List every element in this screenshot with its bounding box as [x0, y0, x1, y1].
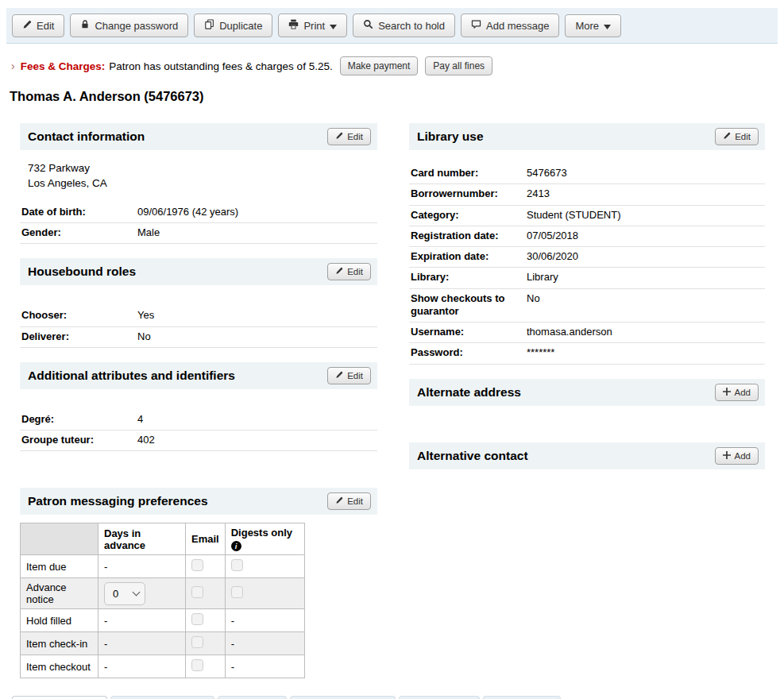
- lock-icon: [80, 19, 90, 32]
- contact-edit-label: Edit: [347, 132, 363, 141]
- messaging-edit-button[interactable]: Edit: [327, 492, 371, 510]
- days-cell: -: [98, 632, 186, 655]
- pay-all-fines-button[interactable]: Pay all fines: [425, 56, 492, 75]
- alternate-address-title: Alternate address: [417, 385, 521, 400]
- days-in-advance-select[interactable]: 0: [104, 582, 145, 605]
- right-column: Library use Edit Card number: 5476673 Bo…: [409, 123, 765, 469]
- print-button-label: Print: [303, 20, 325, 32]
- housebound-edit-label: Edit: [347, 267, 363, 276]
- housebound-roles-header: Housebound roles Edit: [20, 258, 377, 285]
- messaging-preferences-title: Patron messaging preferences: [28, 494, 208, 508]
- table-corner-cell: [21, 523, 98, 555]
- row-label: Library:: [411, 271, 520, 284]
- pencil-icon: [335, 496, 343, 506]
- pencil-icon: [22, 20, 32, 32]
- days-cell: 0: [98, 578, 186, 609]
- change-password-button-label: Change password: [95, 20, 178, 32]
- add-message-button[interactable]: Add message: [461, 14, 560, 37]
- library-row-username: Username: thomasa.anderson: [409, 322, 765, 343]
- row-value: 4: [131, 413, 143, 426]
- row-label: Card number:: [411, 167, 520, 180]
- patron-detail-columns: Contact information Edit 732 Parkway Los…: [20, 123, 774, 678]
- library-row-password: Password: *******: [409, 343, 765, 364]
- digest-cell: -: [225, 632, 304, 655]
- row-label: Gender:: [21, 226, 131, 239]
- row-label: Item check-in: [21, 632, 98, 655]
- table-row-item-check-in: Item check-in - -: [21, 632, 305, 655]
- column-header-digests-only: Digests only: [225, 523, 304, 555]
- caret-down-icon: [330, 20, 337, 32]
- fees-alert: › Fees & Charges: Patron has outstanding…: [11, 56, 778, 75]
- days-cell: -: [98, 555, 186, 578]
- alternate-address-header: Alternate address Add: [409, 379, 765, 406]
- email-checkbox[interactable]: [191, 659, 203, 671]
- row-label: Advance notice: [21, 578, 98, 609]
- email-checkbox[interactable]: [191, 586, 203, 598]
- row-label: Date of birth:: [21, 206, 131, 218]
- contact-edit-button[interactable]: Edit: [327, 128, 371, 145]
- row-label: Deliverer:: [21, 330, 131, 343]
- digest-cell: [225, 578, 304, 609]
- duplicate-button-label: Duplicate: [219, 20, 262, 32]
- plus-icon: [723, 388, 731, 397]
- tab-checkouts[interactable]: 1 Checkout(s): [12, 696, 107, 699]
- chevron-right-icon: ›: [11, 60, 15, 72]
- email-checkbox[interactable]: [191, 559, 203, 571]
- tab-holds[interactable]: 2 Hold(s): [218, 696, 287, 699]
- tab-fines-charges[interactable]: Fines & Charges: [110, 696, 214, 699]
- patron-address: 732 Parkway Los Angeles, CA: [28, 161, 377, 191]
- tab-article-requests[interactable]: 0 Article requests: [290, 696, 396, 699]
- library-use-edit-label: Edit: [735, 132, 751, 141]
- additional-attributes-title: Additional attributes and identifiers: [28, 369, 235, 383]
- row-value: Yes: [131, 309, 154, 322]
- digest-checkbox[interactable]: [231, 586, 243, 598]
- fees-alert-title: Fees & Charges:: [21, 60, 106, 72]
- housebound-edit-button[interactable]: Edit: [327, 263, 371, 280]
- digest-checkbox[interactable]: [231, 559, 243, 571]
- email-checkbox[interactable]: [191, 636, 203, 648]
- table-row-item-checkout: Item checkout - -: [21, 655, 305, 678]
- pencil-icon: [723, 132, 731, 141]
- alternative-contact-add-label: Add: [735, 451, 751, 461]
- days-cell: -: [98, 655, 186, 678]
- patron-toolbar: Edit Change password Duplicate Print Sea…: [6, 8, 778, 44]
- contact-row-gender: Gender: Male: [20, 223, 377, 244]
- pencil-icon: [335, 132, 343, 141]
- search-to-hold-button[interactable]: Search to hold: [353, 14, 455, 37]
- row-label: Registration date:: [411, 230, 520, 242]
- print-button[interactable]: Print: [278, 14, 347, 37]
- library-row-library: Library: Library: [409, 268, 765, 288]
- library-row-borrowernumber: Borrowernumber: 2413: [409, 184, 765, 205]
- email-cell: [186, 555, 226, 578]
- edit-button[interactable]: Edit: [12, 14, 64, 37]
- contact-information-header: Contact information Edit: [20, 123, 377, 150]
- alternate-address-add-button[interactable]: Add: [715, 384, 759, 401]
- row-value: 402: [131, 434, 155, 446]
- left-column: Contact information Edit 732 Parkway Los…: [20, 123, 377, 678]
- row-label: Category:: [411, 209, 520, 222]
- printer-icon: [288, 19, 299, 32]
- library-use-edit-button[interactable]: Edit: [715, 128, 759, 145]
- caret-down-icon: [604, 20, 611, 32]
- library-use-title: Library use: [417, 129, 484, 144]
- row-value: 09/06/1976 (42 years): [131, 206, 238, 218]
- attributes-edit-button[interactable]: Edit: [327, 367, 371, 384]
- alternative-contact-add-button[interactable]: Add: [715, 447, 759, 465]
- table-row-item-due: Item due -: [21, 555, 305, 578]
- duplicate-button[interactable]: Duplicate: [194, 14, 272, 37]
- make-payment-button[interactable]: Make payment: [340, 56, 419, 75]
- contact-information-title: Contact information: [28, 129, 145, 144]
- tab-restrictions[interactable]: Restrictions: [399, 696, 480, 699]
- contact-row-dob: Date of birth: 09/06/1976 (42 years): [20, 203, 377, 223]
- column-header-email: Email: [186, 523, 226, 555]
- search-to-hold-button-label: Search to hold: [378, 20, 445, 32]
- more-button[interactable]: More: [565, 14, 621, 37]
- row-label: Username:: [411, 326, 520, 338]
- email-checkbox[interactable]: [191, 613, 203, 625]
- digest-cell: [225, 555, 304, 578]
- tab-clubs[interactable]: Clubs (0/1): [483, 696, 561, 699]
- row-value: Student (STUDENT): [520, 209, 620, 222]
- change-password-button[interactable]: Change password: [70, 14, 188, 37]
- library-row-category: Category: Student (STUDENT): [409, 206, 765, 226]
- row-label: Hold filled: [21, 609, 98, 632]
